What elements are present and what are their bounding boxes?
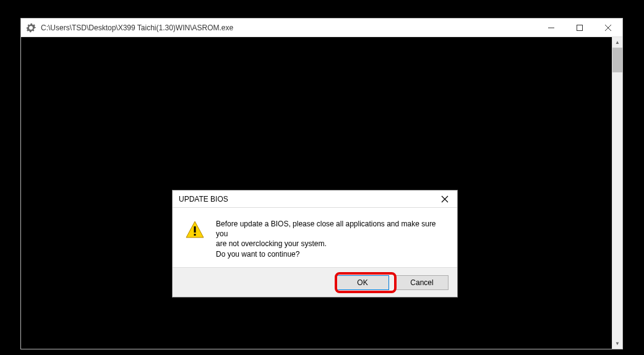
scroll-down-arrow[interactable]: ▼	[612, 338, 622, 349]
main-title-text: C:\Users\TSD\Desktop\X399 Taichi(1.30)WI…	[41, 24, 233, 32]
dialog-close-button[interactable]	[432, 190, 457, 208]
svg-rect-0	[577, 25, 583, 30]
dialog-title: UPDATE BIOS	[179, 195, 228, 203]
dialog-message-line3: Do you want to continue?	[216, 250, 299, 259]
dialog-body: Before update a BIOS, please close all a…	[173, 208, 457, 267]
outer-frame: C:\Users\TSD\Desktop\X399 Taichi(1.30)WI…	[0, 0, 644, 355]
gear-icon	[26, 23, 36, 33]
dialog-footer: OK Cancel	[173, 267, 457, 297]
ok-button[interactable]: OK	[336, 275, 389, 290]
update-bios-dialog: UPDATE BIOS Before update a BIOS, please…	[172, 190, 458, 297]
svg-rect-2	[194, 234, 196, 236]
vertical-scrollbar[interactable]: ▲ ▼	[612, 37, 622, 349]
main-titlebar: C:\Users\TSD\Desktop\X399 Taichi(1.30)WI…	[21, 19, 622, 37]
dialog-message: Before update a BIOS, please close all a…	[216, 219, 445, 259]
dialog-message-line2: are not overclocking your system.	[216, 239, 327, 248]
dialog-titlebar: UPDATE BIOS	[173, 190, 457, 208]
cancel-button[interactable]: Cancel	[395, 275, 449, 290]
scroll-thumb[interactable]	[612, 48, 622, 72]
main-window: C:\Users\TSD\Desktop\X399 Taichi(1.30)WI…	[20, 18, 623, 349]
warning-icon	[185, 220, 205, 240]
minimize-button[interactable]	[537, 19, 565, 37]
svg-rect-1	[194, 226, 196, 233]
scroll-up-arrow[interactable]: ▲	[612, 37, 622, 48]
maximize-button[interactable]	[565, 19, 594, 37]
close-button[interactable]	[594, 19, 622, 37]
dialog-message-line1: Before update a BIOS, please close all a…	[216, 220, 436, 238]
